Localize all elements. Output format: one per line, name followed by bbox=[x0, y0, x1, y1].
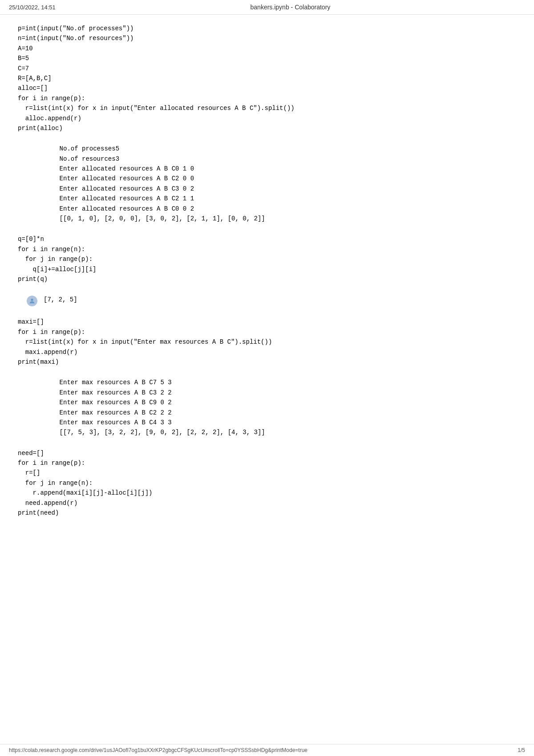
code-section-4: need=[] for i in range(p): r=[] for j in… bbox=[18, 448, 516, 518]
output-block-3: Enter max resources A B C7 5 3 Enter max… bbox=[18, 378, 516, 437]
svg-point-0 bbox=[31, 299, 33, 301]
output-section-3: Enter max resources A B C7 5 3 Enter max… bbox=[18, 378, 516, 437]
page-footer: https://colab.research.google.com/drive/… bbox=[0, 744, 534, 756]
code-block-2: q=[0]*n for i in range(n): for j in rang… bbox=[18, 234, 516, 284]
footer-url: https://colab.research.google.com/drive/… bbox=[9, 747, 307, 753]
header-date: 25/10/2022, 14:51 bbox=[9, 4, 56, 11]
output-text-2: [7, 2, 5] bbox=[44, 295, 77, 305]
user-avatar-icon bbox=[27, 296, 37, 306]
output-block-1: No.of processes5 No.of resources3 Enter … bbox=[18, 144, 516, 224]
header-title: bankers.ipynb - Colaboratory bbox=[251, 4, 331, 11]
code-block-4: need=[] for i in range(p): r=[] for j in… bbox=[18, 448, 516, 518]
output-section-2: [7, 2, 5] bbox=[18, 295, 516, 306]
output-section-1: No.of processes5 No.of resources3 Enter … bbox=[18, 144, 516, 224]
main-content: p=int(input("No.of processes")) n=int(in… bbox=[0, 15, 534, 537]
code-block-1: p=int(input("No.of processes")) n=int(in… bbox=[18, 24, 516, 133]
code-section-3: maxi=[] for i in range(p): r=list(int(x)… bbox=[18, 317, 516, 367]
footer-page: 1/5 bbox=[518, 747, 525, 753]
code-block-3: maxi=[] for i in range(p): r=list(int(x)… bbox=[18, 317, 516, 367]
page-header: 25/10/2022, 14:51 bankers.ipynb - Colabo… bbox=[0, 0, 534, 15]
code-section-1: p=int(input("No.of processes")) n=int(in… bbox=[18, 24, 516, 133]
code-section-2: q=[0]*n for i in range(n): for j in rang… bbox=[18, 234, 516, 284]
